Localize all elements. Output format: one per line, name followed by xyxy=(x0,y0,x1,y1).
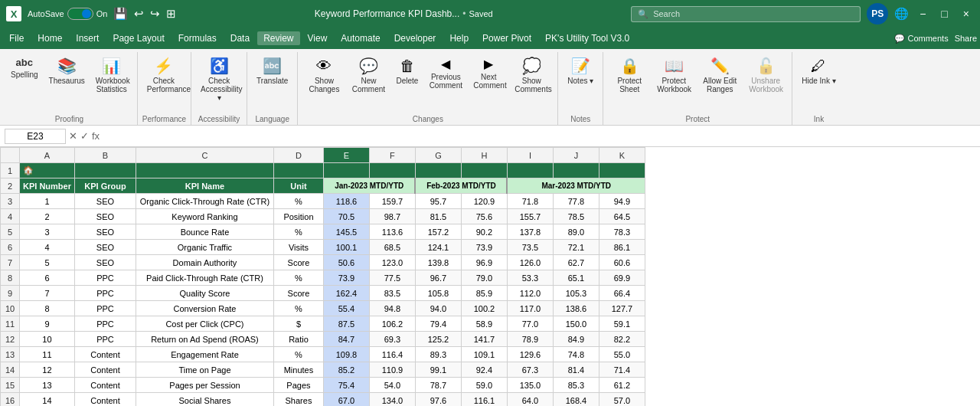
cell-a14[interactable]: 12 xyxy=(20,362,75,378)
menu-pk-utility[interactable]: PK's Utility Tool V3.0 xyxy=(539,31,635,45)
cell-b16[interactable]: Content xyxy=(74,393,136,407)
cell-b11[interactable]: PPC xyxy=(74,316,136,332)
cell-j8[interactable]: 65.1 xyxy=(553,270,599,286)
menu-insert[interactable]: Insert xyxy=(70,31,105,45)
cell-h6[interactable]: 73.9 xyxy=(461,240,507,255)
col-header-g[interactable]: G xyxy=(415,148,461,163)
cell-g5[interactable]: 157.2 xyxy=(415,224,461,240)
cell-kpi-number-header[interactable]: KPI Number xyxy=(20,178,75,194)
cell-e1[interactable] xyxy=(323,163,369,178)
col-header-b[interactable]: B xyxy=(74,148,136,163)
cell-kpi-name-header[interactable]: KPI Name xyxy=(136,178,273,194)
maximize-button[interactable]: □ xyxy=(936,8,952,20)
save-icon[interactable]: 💾 xyxy=(113,7,128,21)
protect-sheet-button[interactable]: 🔒 Protect Sheet xyxy=(608,54,651,97)
cell-i12[interactable]: 78.9 xyxy=(507,332,553,347)
menu-formulas[interactable]: Formulas xyxy=(172,31,223,45)
cell-c14[interactable]: Time on Page xyxy=(136,362,273,378)
cell-h4[interactable]: 75.6 xyxy=(461,209,507,224)
cell-k9[interactable]: 66.4 xyxy=(599,286,645,301)
cell-d14[interactable]: Minutes xyxy=(273,362,323,378)
show-changes-button[interactable]: 👁 Show Changes xyxy=(302,54,345,97)
cell-b15[interactable]: Content xyxy=(74,378,136,393)
cell-k6[interactable]: 86.1 xyxy=(599,240,645,255)
workbook-statistics-button[interactable]: 📊 Workbook Statistics xyxy=(91,54,132,97)
cell-j7[interactable]: 62.7 xyxy=(553,255,599,270)
cell-g13[interactable]: 89.3 xyxy=(415,347,461,362)
cell-k15[interactable]: 61.2 xyxy=(599,378,645,393)
saved-status[interactable]: Saved xyxy=(469,9,492,18)
cell-f6[interactable]: 68.5 xyxy=(369,240,415,255)
col-header-c[interactable]: C xyxy=(136,148,273,163)
col-header-f[interactable]: F xyxy=(369,148,415,163)
cell-k4[interactable]: 64.5 xyxy=(599,209,645,224)
cell-c6[interactable]: Organic Traffic xyxy=(136,240,273,255)
cell-i13[interactable]: 129.6 xyxy=(507,347,553,362)
hide-ink-button[interactable]: 🖊 Hide Ink ▾ xyxy=(797,54,840,88)
previous-comment-button[interactable]: ◀ Previous Comment xyxy=(424,54,467,93)
cell-c12[interactable]: Return on Ad Spend (ROAS) xyxy=(136,332,273,347)
extensions-icon[interactable]: 🌐 xyxy=(894,7,909,21)
cell-i8[interactable]: 53.3 xyxy=(507,270,553,286)
formula-check-icon[interactable]: ✕ xyxy=(69,130,77,142)
cell-g6[interactable]: 124.1 xyxy=(415,240,461,255)
cell-f8[interactable]: 77.5 xyxy=(369,270,415,286)
cell-b12[interactable]: PPC xyxy=(74,332,136,347)
cell-j5[interactable]: 89.0 xyxy=(553,224,599,240)
cell-h16[interactable]: 116.1 xyxy=(461,393,507,407)
cell-c7[interactable]: Domain Authority xyxy=(136,255,273,270)
col-header-j[interactable]: J xyxy=(553,148,599,163)
cell-a8[interactable]: 6 xyxy=(20,270,75,286)
cell-k13[interactable]: 55.0 xyxy=(599,347,645,362)
cell-d8[interactable]: % xyxy=(273,270,323,286)
formula-expand-icon[interactable]: fx xyxy=(92,130,100,142)
cell-h14[interactable]: 92.4 xyxy=(461,362,507,378)
protect-workbook-button[interactable]: 📖 Protect Workbook xyxy=(652,54,695,97)
cell-g4[interactable]: 81.5 xyxy=(415,209,461,224)
cell-e10[interactable]: 55.4 xyxy=(323,301,369,316)
menu-file[interactable]: File xyxy=(3,31,30,45)
cell-b14[interactable]: Content xyxy=(74,362,136,378)
cell-e6[interactable]: 100.1 xyxy=(323,240,369,255)
cell-j15[interactable]: 85.3 xyxy=(553,378,599,393)
cell-h9[interactable]: 85.9 xyxy=(461,286,507,301)
cell-j16[interactable]: 168.4 xyxy=(553,393,599,407)
cell-d11[interactable]: $ xyxy=(273,316,323,332)
cell-k10[interactable]: 127.7 xyxy=(599,301,645,316)
minimize-button[interactable]: − xyxy=(915,8,930,20)
cell-i1[interactable] xyxy=(507,163,553,178)
cell-c3[interactable]: Organic Click-Through Rate (CTR) xyxy=(136,194,273,209)
cell-k7[interactable]: 60.6 xyxy=(599,255,645,270)
cell-a6[interactable]: 4 xyxy=(20,240,75,255)
cell-a1[interactable]: 🏠 xyxy=(20,163,75,178)
cell-d3[interactable]: % xyxy=(273,194,323,209)
cell-b8[interactable]: PPC xyxy=(74,270,136,286)
cell-i3[interactable]: 71.8 xyxy=(507,194,553,209)
cell-a10[interactable]: 8 xyxy=(20,301,75,316)
cell-h3[interactable]: 120.9 xyxy=(461,194,507,209)
col-header-a[interactable]: A xyxy=(20,148,75,163)
cell-c9[interactable]: Quality Score xyxy=(136,286,273,301)
user-avatar[interactable]: PS xyxy=(867,3,888,25)
notes-button[interactable]: 📝 Notes ▾ xyxy=(563,54,598,88)
cell-g3[interactable]: 95.7 xyxy=(415,194,461,209)
formula-cancel-icon[interactable]: ✓ xyxy=(80,130,89,142)
cell-f13[interactable]: 116.4 xyxy=(369,347,415,362)
cell-e12[interactable]: 84.7 xyxy=(323,332,369,347)
cell-j9[interactable]: 105.3 xyxy=(553,286,599,301)
cell-g15[interactable]: 78.7 xyxy=(415,378,461,393)
cell-kpi-group-header[interactable]: KPI Group xyxy=(74,178,136,194)
cell-feb-header[interactable]: Feb-2023 MTD/YTD xyxy=(415,178,507,194)
cell-i15[interactable]: 135.0 xyxy=(507,378,553,393)
cell-d10[interactable]: % xyxy=(273,301,323,316)
cell-g9[interactable]: 105.8 xyxy=(415,286,461,301)
cell-k8[interactable]: 69.9 xyxy=(599,270,645,286)
show-comments-button[interactable]: 💭 Show Comments xyxy=(510,54,553,97)
menu-home[interactable]: Home xyxy=(31,31,68,45)
cell-e15[interactable]: 75.4 xyxy=(323,378,369,393)
cell-f3[interactable]: 159.7 xyxy=(369,194,415,209)
check-accessibility-button[interactable]: ♿ Check Accessibility ▾ xyxy=(196,54,242,105)
menu-data[interactable]: Data xyxy=(224,31,256,45)
cell-mar-header[interactable]: Mar-2023 MTD/YTD xyxy=(507,178,645,194)
cell-i16[interactable]: 64.0 xyxy=(507,393,553,407)
